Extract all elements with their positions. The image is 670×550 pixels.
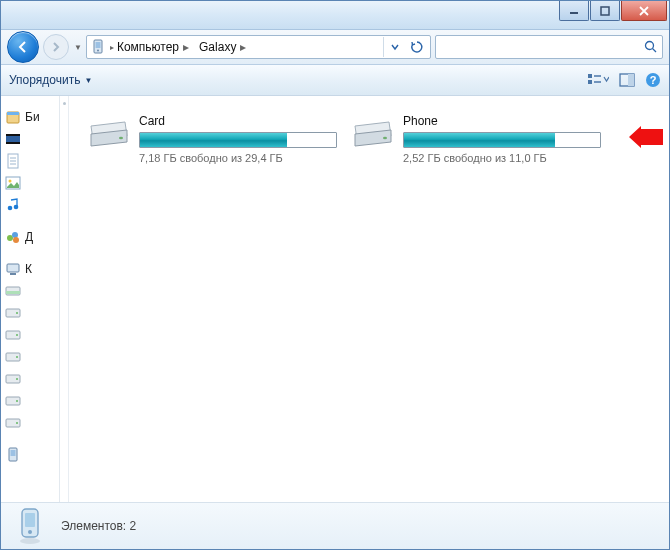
- svg-rect-48: [11, 450, 16, 456]
- svg-point-53: [28, 530, 32, 534]
- device-icon: [5, 447, 21, 463]
- explorer-window: ▼ ▸ Компьютер ▸ Galaxy ▸: [0, 0, 670, 550]
- svg-rect-19: [6, 142, 20, 144]
- sidebar-label: К: [25, 262, 32, 276]
- svg-point-29: [12, 232, 18, 238]
- sidebar-item-libraries[interactable]: Би: [1, 106, 59, 128]
- sidebar-item-homegroup[interactable]: Д: [1, 226, 59, 248]
- videos-icon: [5, 131, 21, 147]
- address-bar[interactable]: ▸ Компьютер ▸ Galaxy ▸: [86, 35, 431, 59]
- sidebar-item-disk[interactable]: [1, 302, 59, 324]
- chevron-right-icon: ▸: [183, 40, 189, 54]
- disk-icon: [5, 415, 21, 431]
- drive-item-card[interactable]: Card 7,18 ГБ свободно из 29,4 ГБ: [87, 114, 337, 164]
- sidebar-item-disk[interactable]: [1, 346, 59, 368]
- svg-point-25: [9, 180, 12, 183]
- maximize-button[interactable]: [590, 1, 620, 21]
- organize-menu[interactable]: Упорядочить ▼: [9, 73, 92, 87]
- libraries-icon: [5, 109, 21, 125]
- breadcrumb-computer-label: Компьютер: [117, 40, 179, 54]
- nav-back-button[interactable]: [7, 31, 39, 63]
- svg-point-28: [7, 235, 13, 241]
- documents-icon: [5, 153, 21, 169]
- svg-rect-8: [588, 80, 592, 84]
- organize-label: Упорядочить: [9, 73, 80, 87]
- search-icon: [644, 40, 658, 54]
- nav-history-dropdown[interactable]: ▼: [74, 43, 82, 52]
- svg-rect-12: [628, 74, 634, 86]
- svg-point-38: [16, 334, 18, 336]
- close-button[interactable]: [621, 1, 667, 21]
- drive-icon: [351, 114, 393, 150]
- drive-icon: [87, 114, 129, 150]
- sidebar-item-disk[interactable]: [1, 412, 59, 434]
- sidebar-item-videos[interactable]: [1, 128, 59, 150]
- usage-bar: [139, 132, 337, 148]
- help-button[interactable]: ?: [645, 72, 661, 88]
- breadcrumb-computer[interactable]: Компьютер ▸: [114, 39, 196, 55]
- navigation-pane[interactable]: Би Д: [1, 96, 60, 502]
- content-pane[interactable]: Card 7,18 ГБ свободно из 29,4 ГБ Phone 2…: [69, 96, 669, 502]
- disk-icon: [5, 327, 21, 343]
- sidebar-item-music[interactable]: [1, 194, 59, 216]
- sidebar-label: Би: [25, 110, 40, 124]
- sidebar-item-disk[interactable]: [1, 390, 59, 412]
- svg-point-54: [20, 538, 40, 544]
- svg-point-4: [97, 50, 99, 52]
- homegroup-icon: [5, 229, 21, 245]
- svg-point-42: [16, 378, 18, 380]
- sidebar-item-disk[interactable]: [1, 368, 59, 390]
- svg-rect-3: [95, 42, 100, 48]
- breadcrumb-galaxy[interactable]: Galaxy ▸: [196, 39, 253, 55]
- drive-name: Card: [139, 114, 337, 128]
- svg-point-50: [383, 137, 387, 139]
- svg-point-44: [16, 400, 18, 402]
- svg-point-49: [119, 137, 123, 139]
- drive-name: Phone: [403, 114, 601, 128]
- toolbar: Упорядочить ▼ ?: [1, 65, 669, 96]
- svg-rect-52: [25, 513, 35, 527]
- computer-icon: [5, 261, 21, 277]
- svg-rect-32: [10, 273, 16, 275]
- address-dropdown-button[interactable]: [384, 37, 406, 57]
- body: Би Д: [1, 96, 669, 502]
- pane-splitter[interactable]: [60, 96, 69, 502]
- svg-point-26: [8, 206, 13, 211]
- sidebar-item-device[interactable]: [1, 444, 59, 466]
- svg-point-27: [14, 205, 19, 210]
- breadcrumb-galaxy-label: Galaxy: [199, 40, 236, 54]
- navbar: ▼ ▸ Компьютер ▸ Galaxy ▸: [1, 30, 669, 65]
- disk-icon: [5, 349, 21, 365]
- disk-icon: [5, 283, 21, 299]
- view-options-button[interactable]: [587, 72, 609, 88]
- svg-rect-31: [7, 264, 19, 272]
- sidebar-item-pictures[interactable]: [1, 172, 59, 194]
- disk-icon: [5, 371, 21, 387]
- svg-point-36: [16, 312, 18, 314]
- titlebar: [1, 1, 669, 30]
- svg-point-5: [646, 42, 654, 50]
- status-text: Элементов: 2: [61, 519, 136, 533]
- svg-rect-16: [7, 112, 19, 115]
- drive-item-phone[interactable]: Phone 2,52 ГБ свободно из 11,0 ГБ: [351, 114, 601, 164]
- drive-stat: 2,52 ГБ свободно из 11,0 ГБ: [403, 152, 601, 164]
- svg-text:?: ?: [650, 74, 657, 86]
- sidebar-item-disk[interactable]: [1, 324, 59, 346]
- music-icon: [5, 197, 21, 213]
- preview-pane-button[interactable]: [619, 73, 635, 87]
- svg-line-6: [653, 49, 657, 53]
- svg-rect-34: [6, 291, 20, 294]
- sidebar-item-disk[interactable]: [1, 280, 59, 302]
- refresh-button[interactable]: [406, 37, 428, 57]
- device-large-icon: [13, 507, 47, 545]
- sidebar-label: Д: [25, 230, 33, 244]
- minimize-button[interactable]: [559, 1, 589, 21]
- svg-point-46: [16, 422, 18, 424]
- chevron-down-icon: ▼: [84, 76, 92, 85]
- annotation-arrow: [629, 126, 663, 151]
- sidebar-item-computer[interactable]: К: [1, 258, 59, 280]
- nav-forward-button[interactable]: [43, 34, 69, 60]
- search-input[interactable]: [435, 35, 663, 59]
- svg-rect-18: [6, 134, 20, 136]
- sidebar-item-documents[interactable]: [1, 150, 59, 172]
